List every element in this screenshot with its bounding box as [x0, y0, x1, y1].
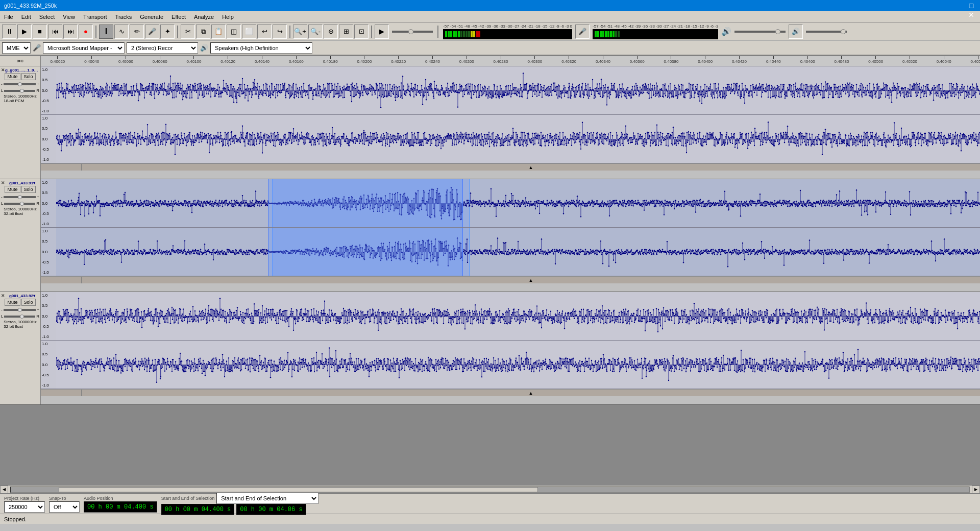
track-3-ch1-scale: 1.00.50.0-0.5-1.0 — [41, 292, 56, 340]
track-1-ch1: 1.00.50.0-0.5-1.0 — [41, 66, 980, 115]
track-1-solo[interactable]: Solo — [21, 73, 36, 80]
track-1-pan-slider[interactable] — [4, 90, 35, 92]
track-1-ch1-wave — [56, 66, 980, 115]
track-2-gain-slider[interactable] — [4, 196, 36, 198]
track-1-mute[interactable]: Mute — [5, 73, 20, 80]
device-row: MME 🎤 Microsoft Sound Mapper - 2 (Stereo… — [0, 41, 980, 55]
menu-help[interactable]: Help — [218, 13, 238, 21]
copy-button[interactable]: ⧉ — [196, 25, 210, 39]
track-3-info: Stereo, 100000Hz32-bit float — [4, 320, 37, 329]
title-bar: g001_433.92M_250k ─ □ ✕ — [0, 0, 980, 11]
record-button[interactable]: ● — [79, 25, 93, 39]
menu-transport[interactable]: Transport — [79, 13, 111, 21]
track-2-solo[interactable]: Solo — [21, 186, 36, 193]
track-2-close[interactable]: ✕ — [1, 180, 5, 185]
menu-tracks[interactable]: Tracks — [111, 13, 136, 21]
track-2-ch2: 1.00.50.0-0.5-1.0 — [41, 228, 980, 276]
zoom-sel-button[interactable]: ⊕ — [324, 25, 338, 39]
zoom-out-button[interactable]: 🔍- — [308, 25, 323, 39]
menu-analyze[interactable]: Analyze — [190, 13, 218, 21]
record-meter-button[interactable]: 🎤 — [145, 25, 159, 39]
project-rate-section: Project Rate (Hz) 250000 — [4, 496, 45, 513]
track-2-pan-row: L R — [1, 201, 39, 206]
close-button[interactable]: ✕ — [967, 10, 976, 19]
track-1-gain-row: - + — [1, 82, 39, 86]
host-select[interactable]: MME — [2, 42, 31, 54]
track-2-pan-slider[interactable] — [4, 203, 35, 205]
sep3 — [289, 26, 290, 38]
zoom-in-button[interactable]: 🔍+ — [293, 25, 307, 39]
project-rate-select[interactable]: 250000 — [4, 501, 45, 513]
restore-button[interactable]: □ — [967, 1, 976, 10]
track-3-ch2-scale: 1.00.50.0-0.5-1.0 — [41, 341, 56, 389]
undo-button[interactable]: ↩ — [257, 25, 272, 39]
track-1-ch1-scale: 1.00.50.0-0.5-1.0 — [41, 66, 56, 114]
ruler-label: ≫0 — [0, 56, 41, 66]
track-3-mute[interactable]: Mute — [5, 299, 20, 306]
scroll-left-button[interactable]: ◀ — [0, 486, 8, 494]
track-3-collapse[interactable]: ▲ — [41, 389, 980, 396]
toolbar-area: ⏸ ▶ ■ ⏮ ⏭ ● I ∿ ✏ 🎤 ✦ ✂ ⧉ 📋 ◫ ⬜ ↩ ↪ 🔍+ 🔍… — [0, 22, 980, 56]
track-2-collapse[interactable]: ▲ — [41, 276, 980, 283]
selection-format-select[interactable]: Start and End of Selection — [216, 493, 318, 504]
redo-button[interactable]: ↪ — [273, 25, 287, 39]
envelope-tool-button[interactable]: ∿ — [114, 25, 129, 39]
menu-edit[interactable]: Edit — [17, 13, 35, 21]
input-device-select[interactable]: Microsoft Sound Mapper - — [43, 42, 125, 54]
speed-slider[interactable] — [392, 31, 433, 33]
input-monitor-button[interactable]: 🎤 — [575, 25, 590, 39]
track-3-gain-slider[interactable] — [4, 309, 36, 311]
track-1-close[interactable]: ✕ — [1, 67, 5, 73]
silence-button[interactable]: ⬜ — [242, 25, 256, 39]
menu-generate[interactable]: Generate — [136, 13, 167, 21]
snap-section: Snap-To Off — [49, 496, 80, 513]
track-3-solo[interactable]: Solo — [21, 299, 36, 306]
trim-button[interactable]: ◫ — [227, 25, 241, 39]
menu-view[interactable]: View — [59, 13, 79, 21]
scroll-right-button[interactable]: ▶ — [972, 486, 980, 494]
next-button[interactable]: ⏭ — [63, 25, 78, 39]
play-button[interactable]: ▶ — [17, 25, 32, 39]
menu-file[interactable]: File — [0, 13, 17, 21]
track-1-collapse[interactable]: ▲ — [41, 163, 980, 171]
pause-button[interactable]: ⏸ — [2, 25, 16, 39]
track-2-mute[interactable]: Mute — [5, 186, 20, 193]
track-3-pan-slider[interactable] — [4, 316, 35, 318]
track-1-btn-row: Mute Solo — [5, 73, 35, 80]
track-3-close[interactable]: ✕ — [1, 293, 5, 298]
tracks-container[interactable]: ✕ g_g001_..._1_00dz▾ Mute Solo - + L — [0, 66, 980, 485]
paste-button[interactable]: 📋 — [211, 25, 226, 39]
input-channels-select[interactable]: 2 (Stereo) Recor — [127, 42, 198, 54]
snap-select[interactable]: Off — [49, 501, 80, 513]
sep2 — [177, 26, 178, 38]
draw-tool-button[interactable]: ✏ — [130, 25, 144, 39]
menu-select[interactable]: Select — [35, 13, 59, 21]
zoom-full-button[interactable]: ⊡ — [354, 25, 369, 39]
scrollbar-thumb[interactable] — [59, 487, 538, 492]
track-1-gain-slider[interactable] — [4, 83, 36, 85]
play-trim-button[interactable]: ▶ — [375, 25, 389, 39]
output-vu-meter — [593, 29, 718, 39]
sep5 — [437, 26, 438, 38]
volume-slider[interactable] — [734, 31, 786, 33]
menu-effect[interactable]: Effect — [167, 13, 190, 21]
scrollbar-track[interactable] — [10, 487, 970, 493]
track-1-wrapper: ✕ g_g001_..._1_00dz▾ Mute Solo - + L — [0, 66, 980, 179]
track-2-btn-row: Mute Solo — [5, 186, 35, 193]
audio-position-display: 00 h 00 m 04.400 s — [84, 501, 157, 513]
output-volume-slider[interactable] — [806, 31, 847, 33]
output-device-select[interactable]: Speakers (High Definition — [210, 42, 312, 54]
track-2-wrapper: ✕ g001_433.91▾ Mute Solo - + L — [0, 179, 980, 292]
track-2-ch1-wave — [56, 179, 980, 228]
selection-tool-button[interactable]: I — [99, 25, 113, 39]
multi-tool-button[interactable]: ✦ — [160, 25, 175, 39]
prev-button[interactable]: ⏮ — [48, 25, 62, 39]
cut-button[interactable]: ✂ — [181, 25, 195, 39]
horizontal-scrollbar[interactable]: ◀ ▶ — [0, 485, 980, 493]
output-volume-button[interactable]: 🔊 — [789, 25, 803, 39]
stop-button[interactable]: ■ — [33, 25, 47, 39]
status-text: Stopped. — [4, 516, 27, 522]
zoom-fit-button[interactable]: ⊞ — [339, 25, 353, 39]
track-1-ch2-scale: 1.00.50.0-0.5-1.0 — [41, 115, 56, 163]
toolbar-row1: ⏸ ▶ ■ ⏮ ⏭ ● I ∿ ✏ 🎤 ✦ ✂ ⧉ 📋 ◫ ⬜ ↩ ↪ 🔍+ 🔍… — [0, 22, 980, 41]
